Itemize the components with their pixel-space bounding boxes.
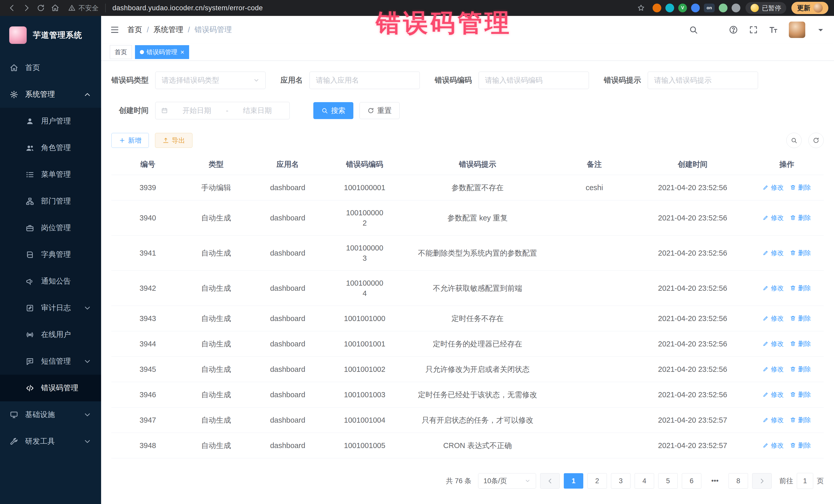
refresh-table-button[interactable] — [808, 133, 824, 148]
security-indicator[interactable]: 不安全 — [68, 4, 98, 13]
extension-blue-grid-icon[interactable] — [691, 4, 700, 12]
delete-link[interactable]: 删除 — [790, 389, 811, 399]
logo-row[interactable]: 芋道管理系统 — [0, 16, 101, 54]
breadcrumb-item[interactable]: 系统管理 — [153, 25, 183, 35]
url-text[interactable]: dashboard.yudao.iocoder.cn/system/error-… — [112, 4, 263, 12]
page-button-1[interactable]: 1 — [564, 473, 583, 489]
page-button-3[interactable]: 3 — [611, 473, 631, 489]
tab-error-code[interactable]: 错误码管理× — [135, 45, 189, 59]
delete-link[interactable]: 删除 — [790, 313, 811, 323]
date-range-picker[interactable]: - — [155, 102, 290, 119]
cell-time: 2021-04-20 23:52:56 — [635, 271, 750, 306]
error-code-field[interactable] — [479, 72, 589, 89]
tab-close-icon[interactable]: × — [180, 49, 184, 56]
sidebar-item-user-management[interactable]: 用户管理 — [0, 108, 101, 134]
cell-code: 1001001005 — [327, 433, 402, 458]
user-avatar[interactable] — [789, 22, 805, 38]
calendar-icon — [161, 107, 168, 114]
edit-link[interactable]: 修改 — [763, 182, 784, 193]
browser-refresh-button[interactable] — [35, 2, 47, 14]
error-msg-input[interactable] — [654, 76, 752, 85]
extension-green-icon[interactable] — [719, 4, 727, 12]
edit-link[interactable]: 修改 — [763, 283, 784, 293]
export-button[interactable]: 导出 — [155, 133, 193, 148]
profile-paused-badge[interactable]: 已暂停 — [745, 2, 786, 14]
search-icon[interactable] — [689, 25, 698, 35]
font-size-icon[interactable] — [769, 25, 778, 35]
delete-link[interactable]: 删除 — [790, 182, 811, 193]
error-type-input[interactable] — [161, 76, 250, 85]
sidebar-item-label: 错误码管理 — [41, 383, 78, 393]
sidebar-item-error-code-management[interactable]: 错误码管理 — [0, 375, 101, 401]
breadcrumb-item[interactable]: 首页 — [127, 25, 142, 35]
help-icon[interactable] — [729, 25, 738, 35]
sidebar-item-post-management[interactable]: 岗位管理 — [0, 215, 101, 241]
page-button-5[interactable]: 5 — [658, 473, 678, 489]
page-button-4[interactable]: 4 — [635, 473, 654, 489]
sidebar-item-dict-management[interactable]: 字典管理 — [0, 241, 101, 268]
page-button-6[interactable]: 6 — [682, 473, 701, 489]
extension-puzzle-icon[interactable] — [731, 4, 740, 12]
delete-link[interactable]: 删除 — [790, 248, 811, 258]
edit-link[interactable]: 修改 — [763, 440, 784, 451]
sidebar-item-dev-tools[interactable]: 研发工具 — [0, 428, 101, 455]
reset-button[interactable]: 重置 — [359, 102, 399, 119]
browser-home-button[interactable] — [49, 2, 62, 14]
toggle-search-button[interactable] — [786, 133, 802, 148]
goto-page-input[interactable] — [797, 473, 813, 489]
delete-link[interactable]: 删除 — [790, 440, 811, 451]
edit-link[interactable]: 修改 — [763, 248, 784, 258]
edit-link[interactable]: 修改 — [763, 338, 784, 349]
delete-link[interactable]: 删除 — [790, 364, 811, 374]
edit-link[interactable]: 修改 — [763, 213, 784, 223]
edit-link[interactable]: 修改 — [763, 389, 784, 399]
browser-update-button[interactable]: 更新 — [791, 2, 828, 14]
filter-label-app: 应用名 — [281, 75, 303, 85]
delete-link[interactable]: 删除 — [790, 338, 811, 349]
extension-teal-icon[interactable] — [665, 4, 674, 12]
caret-down-icon[interactable] — [816, 25, 825, 35]
hamburger-icon[interactable] — [110, 25, 119, 35]
extension-green-v-icon[interactable]: V — [678, 4, 687, 12]
browser-back-button[interactable] — [6, 2, 19, 14]
extension-red-icon[interactable] — [653, 4, 661, 12]
edit-link[interactable]: 修改 — [763, 313, 784, 323]
browser-forward-button[interactable] — [20, 2, 33, 14]
sidebar-item-online-user[interactable]: 在线用户 — [0, 321, 101, 348]
bookmark-star-button[interactable] — [635, 2, 648, 14]
add-button-label: 新增 — [128, 136, 141, 145]
error-msg-field[interactable] — [648, 72, 758, 89]
page-button-2[interactable]: 2 — [587, 473, 607, 489]
page-button-8[interactable]: 8 — [728, 473, 748, 489]
page-size-select[interactable]: 10条/页 — [478, 473, 536, 489]
app-name-input[interactable] — [315, 76, 414, 85]
extension-on-badge-icon[interactable]: on — [704, 4, 715, 12]
delete-link[interactable]: 删除 — [790, 283, 811, 293]
github-icon[interactable] — [709, 25, 718, 35]
delete-link[interactable]: 删除 — [790, 415, 811, 425]
app-name-field[interactable] — [309, 72, 420, 89]
sidebar-item-system-management[interactable]: 系统管理 — [0, 81, 101, 108]
sidebar-item-dept-management[interactable]: 部门管理 — [0, 188, 101, 215]
edit-link[interactable]: 修改 — [763, 364, 784, 374]
tab-home[interactable]: 首页 — [110, 45, 132, 59]
sidebar-item-menu-management[interactable]: 菜单管理 — [0, 161, 101, 188]
edit-link[interactable]: 修改 — [763, 415, 784, 425]
error-type-select[interactable] — [155, 72, 266, 89]
fullscreen-icon[interactable] — [749, 25, 758, 35]
sidebar-item-notice-announcement[interactable]: 通知公告 — [0, 268, 101, 294]
search-button[interactable]: 搜索 — [313, 102, 353, 119]
chevron-left-icon — [547, 478, 553, 484]
add-button[interactable]: 新增 — [111, 133, 149, 148]
delete-link[interactable]: 删除 — [790, 213, 811, 223]
sidebar-item-audit-log[interactable]: 审计日志 — [0, 294, 101, 321]
date-start-input[interactable] — [170, 106, 223, 115]
sidebar-item-sms-management[interactable]: 短信管理 — [0, 348, 101, 375]
date-end-input[interactable] — [231, 106, 284, 115]
prev-page-button[interactable] — [540, 473, 560, 489]
sidebar-item-role-management[interactable]: 角色管理 — [0, 134, 101, 161]
sidebar-item-home[interactable]: 首页 — [0, 54, 101, 81]
sidebar-item-infrastructure[interactable]: 基础设施 — [0, 401, 101, 428]
next-page-button[interactable] — [752, 473, 772, 489]
error-code-input[interactable] — [484, 76, 583, 85]
